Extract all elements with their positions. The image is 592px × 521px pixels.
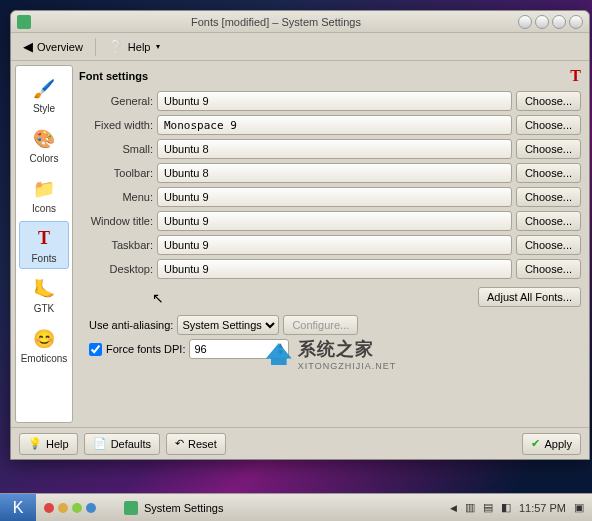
app-icon [17,15,31,29]
back-icon: ◀ [23,39,33,54]
row-windowtitle: Window title:Ubuntu 9Choose... [79,211,581,231]
label-small: Small: [79,143,157,155]
chevron-down-icon: ▾ [156,42,160,51]
overview-button[interactable]: ◀Overview [17,37,89,56]
fonts-icon: T [32,227,56,251]
defaults-button[interactable]: 📄Defaults [84,433,160,455]
choose-small[interactable]: Choose... [516,139,581,159]
emoticons-icon: 😊 [32,327,56,351]
main-panel: Font settings T General:Ubuntu 9Choose..… [73,61,589,427]
choose-fixed[interactable]: Choose... [516,115,581,135]
sidebar-label: Colors [30,153,59,164]
tray-caret-icon[interactable]: ◀ [450,503,457,513]
label-general: General: [79,95,157,107]
titlebar[interactable]: Fonts [modified] – System Settings [11,11,589,33]
row-fixed: Fixed width:Monospace 9Choose... [79,115,581,135]
aa-label: Use anti-aliasing: [89,319,173,331]
adjust-all-button[interactable]: Adjust All Fonts... [478,287,581,307]
choose-general[interactable]: Choose... [516,91,581,111]
row-taskbar: Taskbar:Ubuntu 9Choose... [79,235,581,255]
kde-menu-button[interactable]: K [0,494,36,522]
value-fixed[interactable]: Monospace 9 [157,115,512,135]
row-general: General:Ubuntu 9Choose... [79,91,581,111]
apply-label: Apply [544,438,572,450]
choose-toolbar[interactable]: Choose... [516,163,581,183]
sidebar-label: Fonts [31,253,56,264]
gtk-icon: 🦶 [32,277,56,301]
help-label: Help [46,438,69,450]
sidebar-label: Emoticons [21,353,68,364]
aa-select[interactable]: System Settings [177,315,279,335]
choose-taskbar[interactable]: Choose... [516,235,581,255]
sidebar: 🖌️Style 🎨Colors 📁Icons TFonts 🦶GTK 😊Emot… [15,65,73,423]
colors-icon: 🎨 [32,127,56,151]
label-taskbar: Taskbar: [79,239,157,251]
sidebar-item-style[interactable]: 🖌️Style [19,71,69,119]
dpi-checkbox[interactable] [89,343,102,356]
footer: 💡Help 📄Defaults ↶Reset ✔Apply [11,427,589,459]
tray-app-icon[interactable]: ◧ [501,501,511,514]
overview-label: Overview [37,41,83,53]
choose-menu[interactable]: Choose... [516,187,581,207]
value-menu[interactable]: Ubuntu 9 [157,187,512,207]
value-taskbar[interactable]: Ubuntu 9 [157,235,512,255]
help-label: Help [128,41,151,53]
sidebar-item-gtk[interactable]: 🦶GTK [19,271,69,319]
antialias-row: Use anti-aliasing: System Settings Confi… [79,315,581,335]
watermark-en: XITONGZHIJIA.NET [298,361,396,371]
window-body: 🖌️Style 🎨Colors 📁Icons TFonts 🦶GTK 😊Emot… [11,61,589,427]
reset-label: Reset [188,438,217,450]
value-small[interactable]: Ubuntu 8 [157,139,512,159]
show-desktop-icon[interactable]: ▣ [574,501,584,514]
dpi-label: Force fonts DPI: [106,343,185,355]
row-menu: Menu:Ubuntu 9Choose... [79,187,581,207]
value-general[interactable]: Ubuntu 9 [157,91,512,111]
sidebar-item-fonts[interactable]: TFonts [19,221,69,269]
style-icon: 🖌️ [32,77,56,101]
close-button[interactable] [569,15,583,29]
value-desktop[interactable]: Ubuntu 9 [157,259,512,279]
toolbar-separator [95,38,96,56]
minimize-button[interactable] [535,15,549,29]
toolbar: ◀Overview ❔Help▾ [11,33,589,61]
system-tray: ◀ ▥ ▤ ◧ 11:57 PM ▣ [442,501,592,514]
tray-app-icon[interactable]: ▤ [483,501,493,514]
sidebar-item-icons[interactable]: 📁Icons [19,171,69,219]
row-toolbar: Toolbar:Ubuntu 8Choose... [79,163,581,183]
help-button[interactable]: 💡Help [19,433,78,455]
value-windowtitle[interactable]: Ubuntu 9 [157,211,512,231]
sidebar-label: GTK [34,303,55,314]
tray-icon[interactable] [44,503,54,513]
sidebar-item-emoticons[interactable]: 😊Emoticons [19,321,69,369]
reset-icon: ↶ [175,437,184,450]
dpi-value: 96 [194,343,206,355]
label-desktop: Desktop: [79,263,157,275]
help-menu[interactable]: ❔Help▾ [102,37,167,56]
sidebar-label: Icons [32,203,56,214]
task-icon [124,501,138,515]
help-icon: 💡 [28,437,42,450]
label-fixed: Fixed width: [79,119,157,131]
apply-button[interactable]: ✔Apply [522,433,581,455]
maximize-button[interactable] [552,15,566,29]
task-label: System Settings [144,502,223,514]
panel-header: Font settings T [79,67,581,85]
tray-app-icon[interactable]: ▥ [465,501,475,514]
choose-desktop[interactable]: Choose... [516,259,581,279]
defaults-icon: 📄 [93,437,107,450]
tray-icon[interactable] [86,503,96,513]
row-small: Small:Ubuntu 8Choose... [79,139,581,159]
choose-windowtitle[interactable]: Choose... [516,211,581,231]
taskbar-entry[interactable]: System Settings [116,499,231,517]
tray-icon[interactable] [72,503,82,513]
sidebar-item-colors[interactable]: 🎨Colors [19,121,69,169]
value-toolbar[interactable]: Ubuntu 8 [157,163,512,183]
help-window-button[interactable] [518,15,532,29]
icons-icon: 📁 [32,177,56,201]
tray-group [36,503,104,513]
window-title: Fonts [modified] – System Settings [37,16,515,28]
tray-icon[interactable] [58,503,68,513]
reset-button[interactable]: ↶Reset [166,433,226,455]
clock[interactable]: 11:57 PM [519,502,566,514]
adjust-row: Adjust All Fonts... [79,287,581,307]
